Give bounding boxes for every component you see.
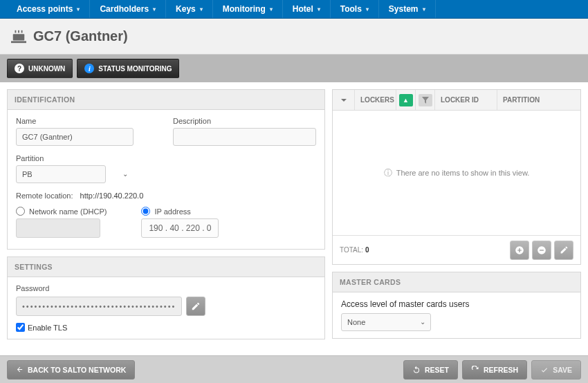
question-icon: ? [15,64,24,73]
nav-system[interactable]: System▾ [379,0,436,18]
chevron-down-icon: ⌄ [122,170,128,178]
nav-monitoring[interactable]: Monitoring▾ [213,0,283,18]
ip-address-radio[interactable]: IP address [141,207,219,216]
network-name-radio[interactable]: Network name (DHCP) [16,207,107,216]
svg-rect-7 [540,250,544,250]
edit-password-button[interactable] [186,297,205,316]
lockers-grid-empty: ⓘ There are no items to show in this vie… [333,111,580,235]
arrow-left-icon [16,366,24,373]
settings-panel: SETTINGS Password Enable TLS [7,256,325,339]
description-input[interactable] [173,128,316,146]
device-icon [11,30,26,44]
name-label: Name [16,117,159,125]
title-bar: GC7 (Gantner) [0,19,588,55]
identification-panel: IDENTIFICATION Name Description Partitio… [7,89,325,250]
chevron-down-icon: ▾ [423,6,425,12]
info-icon: i [84,64,94,73]
status-unknown-button[interactable]: ? UNKNOWN [7,59,73,78]
nav-cardholders[interactable]: Cardholders▾ [90,0,166,18]
edit-locker-button[interactable] [554,241,573,260]
nav-hotel[interactable]: Hotel▾ [283,0,331,18]
nav-keys[interactable]: Keys▾ [166,0,213,18]
status-monitoring-button[interactable]: i STATUS MONITORING [77,59,179,78]
lockers-grid-footer: TOTAL: 0 [333,235,580,264]
svg-rect-4 [11,41,26,43]
ip-address-input[interactable]: 190 . 40 . 220 . 0 [141,218,219,238]
master-cards-panel: MASTER CARDS Access level of master card… [332,272,581,339]
status-row: ? UNKNOWN i STATUS MONITORING [0,55,588,82]
svg-rect-3 [21,30,23,32]
total-count: TOTAL: 0 [340,246,369,254]
main-nav: Access points▾ Cardholders▾ Keys▾ Monito… [0,0,588,19]
filter-button[interactable] [416,90,435,110]
refresh-button[interactable]: REFRESH [462,360,527,380]
expand-all-toggle[interactable] [333,90,355,110]
partition-select[interactable]: PB [16,165,106,183]
info-icon: ⓘ [384,167,392,179]
lockers-grid-header: LOCKERS ▲ LOCKER ID PARTITION [333,90,580,111]
partition-label: Partition [16,154,134,162]
enable-tls-checkbox[interactable]: Enable TLS [16,323,316,332]
nav-access-points[interactable]: Access points▾ [7,0,90,18]
chevron-down-icon: ▾ [270,6,273,12]
sort-asc-button[interactable]: ▲ [396,90,416,110]
chevron-down-icon: ▾ [77,6,80,12]
identification-header: IDENTIFICATION [8,90,324,110]
access-level-label: Access level of master cards users [341,299,572,309]
network-name-input [16,218,100,238]
remove-locker-button[interactable] [532,241,551,260]
back-button[interactable]: BACK TO SALTO NETWORK [7,360,135,380]
col-lockers[interactable]: LOCKERS [355,90,396,110]
remote-location-line: Remote location:http://190.40.220.0 [16,192,316,200]
master-cards-header: MASTER CARDS [333,272,580,292]
svg-rect-1 [15,30,17,32]
col-partition[interactable]: PARTITION [497,90,580,110]
chevron-down-icon: ▾ [366,6,369,12]
chevron-down-icon: ▾ [318,6,320,12]
reset-button[interactable]: RESET [403,360,458,380]
col-locker-id[interactable]: LOCKER ID [435,90,497,110]
password-input[interactable] [16,297,182,316]
footer-bar: BACK TO SALTO NETWORK RESET REFRESH SAVE [0,355,588,383]
refresh-icon [471,366,479,374]
nav-tools[interactable]: Tools▾ [331,0,379,18]
save-button[interactable]: SAVE [531,360,581,380]
name-input[interactable] [16,128,134,146]
chevron-down-icon: ▾ [200,6,203,12]
add-locker-button[interactable] [510,241,529,260]
svg-rect-0 [13,34,25,40]
access-level-select[interactable]: None [341,313,431,331]
lockers-panel: LOCKERS ▲ LOCKER ID PARTITION ⓘ There ar… [332,89,581,265]
chevron-down-icon: ▾ [153,6,156,12]
check-icon [540,366,549,374]
settings-header: SETTINGS [8,257,324,277]
undo-icon [412,366,421,374]
main-content: IDENTIFICATION Name Description Partitio… [0,82,588,355]
description-label: Description [173,117,316,125]
password-label: Password [16,284,316,292]
page-title: GC7 (Gantner) [33,28,128,44]
svg-rect-2 [18,30,19,32]
